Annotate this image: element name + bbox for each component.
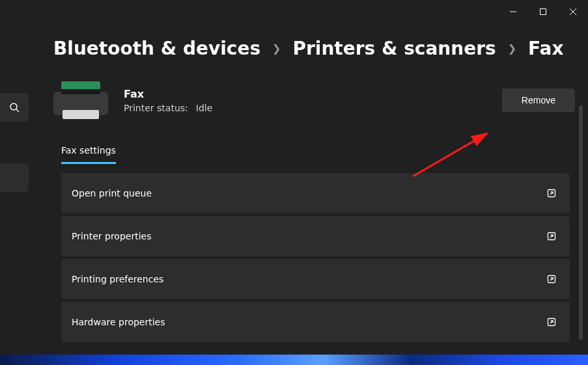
main-content: Bluetooth & devices ❯ Printers & scanner… (29, 23, 588, 355)
window-body: Bluetooth & devices ❯ Printers & scanner… (0, 23, 588, 355)
setting-label: Printing preferences (72, 274, 163, 284)
close-button[interactable] (558, 3, 588, 21)
breadcrumb-current: Fax (528, 38, 563, 59)
device-status: Printer status:Idle (124, 103, 212, 113)
svg-rect-1 (540, 9, 546, 15)
status-label: Printer status: (124, 103, 188, 113)
search-button[interactable] (0, 93, 29, 122)
left-rail (0, 23, 29, 355)
taskbar (0, 355, 588, 365)
maximize-button[interactable] (528, 3, 558, 21)
open-external-icon (546, 317, 557, 327)
svg-point-4 (10, 103, 17, 110)
minimize-button[interactable] (498, 3, 528, 21)
device-info: Fax Printer status:Idle (124, 88, 212, 113)
open-external-icon (546, 231, 557, 241)
settings-window: Bluetooth & devices ❯ Printers & scanner… (0, 0, 588, 355)
breadcrumb-bluetooth-devices[interactable]: Bluetooth & devices (53, 38, 260, 59)
breadcrumb: Bluetooth & devices ❯ Printers & scanner… (53, 38, 575, 59)
open-external-icon (546, 274, 557, 284)
chevron-right-icon: ❯ (272, 42, 281, 55)
open-external-icon (546, 188, 557, 198)
printer-icon (53, 81, 108, 119)
remove-button[interactable]: Remove (502, 88, 575, 112)
chevron-right-icon: ❯ (508, 42, 516, 55)
device-header: Fax Printer status:Idle Remove (53, 81, 575, 119)
titlebar (0, 0, 588, 23)
settings-list: Open print queue Printer properties Prin… (61, 173, 575, 342)
svg-line-5 (16, 109, 19, 112)
setting-label: Hardware properties (72, 317, 165, 327)
setting-label: Printer properties (72, 231, 151, 241)
breadcrumb-printers-scanners[interactable]: Printers & scanners (293, 38, 496, 59)
device-name: Fax (124, 88, 212, 100)
setting-label: Open print queue (72, 188, 152, 198)
nav-item[interactable] (0, 163, 29, 192)
tab-fax-settings[interactable]: Fax settings (61, 145, 116, 164)
setting-hardware-properties[interactable]: Hardware properties (61, 302, 570, 342)
scrollbar[interactable] (579, 105, 583, 340)
status-value: Idle (196, 103, 213, 113)
setting-open-print-queue[interactable]: Open print queue (61, 173, 570, 213)
setting-printer-properties[interactable]: Printer properties (61, 216, 570, 256)
setting-printing-preferences[interactable]: Printing preferences (61, 259, 570, 299)
